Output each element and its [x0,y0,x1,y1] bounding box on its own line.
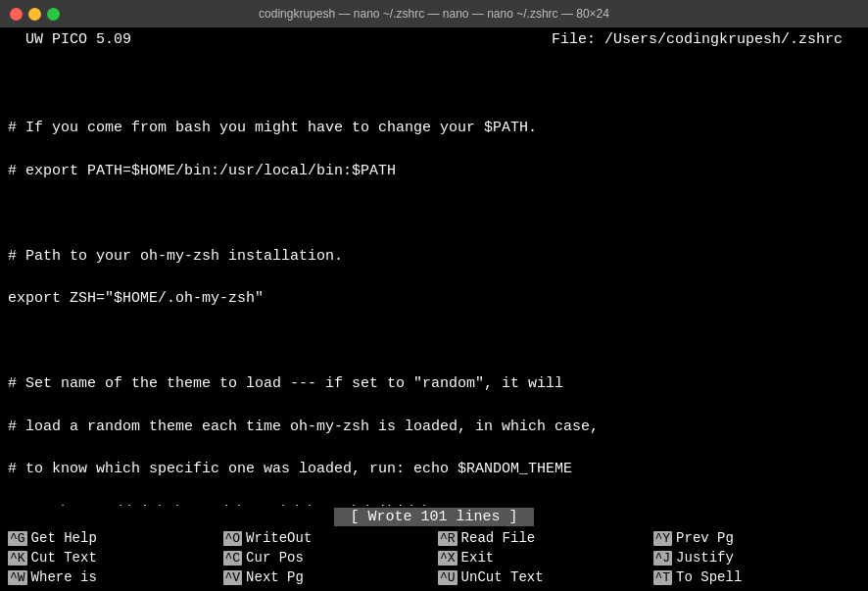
shortcut-to-spell[interactable]: ^T To Spell [650,567,865,587]
shortcut-label-justify: Justify [676,550,734,566]
shortcut-label-get-help: Get Help [31,530,97,546]
editor-line-2: # export PATH=$HOME/bin:/usr/local/bin:$… [8,163,396,179]
shortcut-key-v: ^V [223,570,243,585]
editor-line-7: # to know which specific one was loaded,… [8,461,572,477]
nano-header-left: UW PICO 5.09 [8,31,131,48]
shortcut-label-exit: Exit [461,550,495,566]
minimize-button[interactable] [28,8,41,21]
shortcut-cur-pos[interactable]: ^C Cur Pos [219,548,435,567]
status-bar: [ Wrote 101 lines ] [0,506,868,528]
shortcut-label-cut-text: Cut Text [31,550,97,566]
shortcut-key-y: ^Y [653,531,673,546]
shortcut-exit[interactable]: ^X Exit [434,548,650,567]
shortcut-cut-text[interactable]: ^K Cut Text [4,548,219,567]
shortcut-read-file[interactable]: ^R Read File [434,528,650,548]
shortcut-label-where-is: Where is [31,569,97,585]
shortcut-label-writeout: WriteOut [246,530,312,546]
shortcut-key-u: ^U [438,570,458,585]
shortcut-key-j: ^J [653,551,673,566]
shortcut-key-g: ^G [8,531,27,546]
editor-line-blank2 [8,205,17,222]
editor-container: UW PICO 5.09 File: /Users/codingkrupesh/… [0,27,868,591]
editor-line-3: # Path to your oh-my-zsh installation. [8,248,343,265]
shortcut-key-w: ^W [8,570,27,585]
shortcut-key-c: ^C [223,551,243,566]
shortcut-writeout[interactable]: ^O WriteOut [219,528,435,548]
shortcut-label-next-pg: Next Pg [246,569,304,585]
editor-line-6: # load a random theme each time oh-my-zs… [8,419,599,435]
editor-line-1: # If you come from bash you might have t… [8,120,537,136]
editor-content[interactable]: # If you come from bash you might have t… [0,52,868,506]
shortcut-prev-pg[interactable]: ^Y Prev Pg [650,528,865,548]
title-bar: codingkrupesh — nano ~/.zshrc — nano — n… [0,0,868,27]
shortcut-uncut-text[interactable]: ^U UnCut Text [434,567,650,587]
shortcut-next-pg[interactable]: ^V Next Pg [219,567,435,587]
shortcut-key-r: ^R [438,531,458,546]
window-controls [10,8,60,21]
shortcut-get-help[interactable]: ^G Get Help [4,528,219,548]
shortcut-key-x: ^X [438,551,458,566]
shortcut-label-uncut-text: UnCut Text [461,569,544,585]
editor-line-4: export ZSH="$HOME/.oh-my-zsh" [8,290,264,307]
status-message: [ Wrote 101 lines ] [334,508,533,526]
shortcut-label-prev-pg: Prev Pg [676,530,734,546]
shortcut-where-is[interactable]: ^W Where is [4,567,219,587]
editor-line-blank1 [8,77,17,94]
shortcut-label-read-file: Read File [461,530,536,546]
editor-line-5: # Set name of the theme to load --- if s… [8,375,563,392]
window-title: codingkrupesh — nano ~/.zshrc — nano — n… [259,7,609,21]
maximize-button[interactable] [47,8,60,21]
editor-line-blank3 [8,333,17,350]
shortcut-justify[interactable]: ^J Justify [650,548,865,567]
nano-header-right: File: /Users/codingkrupesh/.zshrc [552,31,860,48]
close-button[interactable] [10,8,23,21]
shortcut-key-t: ^T [653,570,673,585]
shortcut-key-o: ^O [223,531,243,546]
shortcut-label-cur-pos: Cur Pos [246,550,304,566]
shortcut-label-to-spell: To Spell [676,569,742,585]
shortcuts-bar: ^G Get Help ^O WriteOut ^R Read File ^Y … [0,528,868,591]
nano-header: UW PICO 5.09 File: /Users/codingkrupesh/… [0,27,868,52]
shortcut-key-k: ^K [8,551,27,566]
